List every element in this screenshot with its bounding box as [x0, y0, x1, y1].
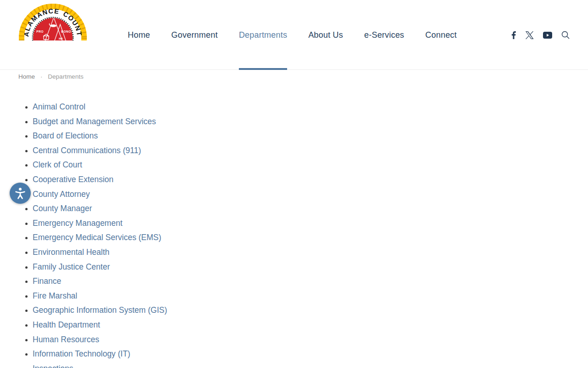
department-list-item: Cooperative Extension [33, 172, 167, 187]
department-link[interactable]: Human Resources [33, 335, 99, 344]
department-link[interactable]: Information Technology (IT) [33, 349, 130, 358]
department-link[interactable]: Geographic Information System (GIS) [33, 305, 167, 315]
department-link[interactable]: Fire Marshal [33, 291, 77, 300]
nav-item-government[interactable]: Government [171, 0, 218, 70]
breadcrumb-home-link[interactable]: Home [18, 73, 35, 80]
county-seal-icon: ALAMANCE COUNTY PRO BONO IND [18, 3, 87, 40]
department-list-item: Health Department [33, 318, 167, 333]
breadcrumb: Home · Departments [18, 72, 84, 81]
department-list-item: County Attorney [33, 187, 167, 202]
department-list-item: Budget and Management Services [33, 115, 167, 129]
department-link[interactable]: County Attorney [33, 190, 90, 199]
department-list-item: Inspections [33, 362, 167, 368]
department-list-item: Family Justice Center [33, 260, 167, 275]
department-link[interactable]: County Manager [33, 204, 92, 213]
department-link[interactable]: Board of Elections [33, 131, 98, 140]
department-list-item: Central Communications (911) [33, 144, 167, 158]
department-link[interactable]: Central Communications (911) [33, 146, 141, 155]
department-link[interactable]: Family Justice Center [33, 262, 110, 271]
department-list-item: Fire Marshal [33, 289, 167, 304]
department-link[interactable]: Emergency Management [33, 218, 123, 228]
x-twitter-icon[interactable] [526, 31, 534, 39]
breadcrumb-separator: · [40, 73, 42, 80]
breadcrumb-current: Departments [48, 73, 83, 80]
department-list-item: Human Resources [33, 333, 167, 347]
department-list-item: Clerk of Court [33, 158, 167, 172]
department-link[interactable]: Health Department [33, 320, 100, 329]
department-link[interactable]: Cooperative Extension [33, 175, 113, 184]
department-link[interactable]: Clerk of Court [33, 160, 82, 169]
accessibility-person-icon [13, 186, 27, 200]
search-icon[interactable] [561, 31, 570, 39]
nav-item-about-us[interactable]: About Us [308, 0, 343, 70]
department-list-item: Board of Elections [33, 129, 167, 144]
department-link[interactable]: Emergency Medical Services (EMS) [33, 233, 161, 242]
nav-item-e-services[interactable]: e-Services [364, 0, 404, 70]
seal-motto-bono: BONO [61, 30, 71, 33]
site-header: ALAMANCE COUNTY PRO BONO IND Home Govern… [0, 0, 588, 70]
departments-list: Animal Control Budget and Management Ser… [18, 100, 167, 368]
department-list-item: Information Technology (IT) [33, 347, 167, 362]
department-list-item: Emergency Medical Services (EMS) [33, 230, 167, 245]
seal-small-text: IND [59, 37, 63, 40]
nav-item-connect[interactable]: Connect [425, 0, 457, 70]
facebook-icon[interactable] [511, 31, 516, 39]
department-list-item: Emergency Management [33, 216, 167, 231]
header-social-bar [511, 0, 570, 70]
nav-item-home[interactable]: Home [128, 0, 150, 70]
department-link[interactable]: Animal Control [33, 102, 85, 111]
seal-motto-pro: PRO [36, 30, 44, 33]
department-list-item: Geographic Information System (GIS) [33, 303, 167, 318]
main-nav: Home Government Departments About Us e-S… [128, 0, 457, 70]
department-link[interactable]: Finance [33, 276, 61, 286]
department-list-item: County Manager [33, 201, 167, 216]
department-link[interactable]: Inspections [33, 364, 74, 368]
county-seal-logo[interactable]: ALAMANCE COUNTY PRO BONO IND [18, 3, 87, 40]
department-list-item: Environmental Health [33, 245, 167, 260]
accessibility-button[interactable] [10, 183, 31, 204]
nav-item-departments[interactable]: Departments [239, 0, 287, 70]
department-link[interactable]: Environmental Health [33, 247, 109, 257]
department-link[interactable]: Budget and Management Services [33, 117, 156, 126]
youtube-icon[interactable] [543, 32, 552, 39]
department-list-item: Finance [33, 274, 167, 289]
department-list-item: Animal Control [33, 100, 167, 115]
